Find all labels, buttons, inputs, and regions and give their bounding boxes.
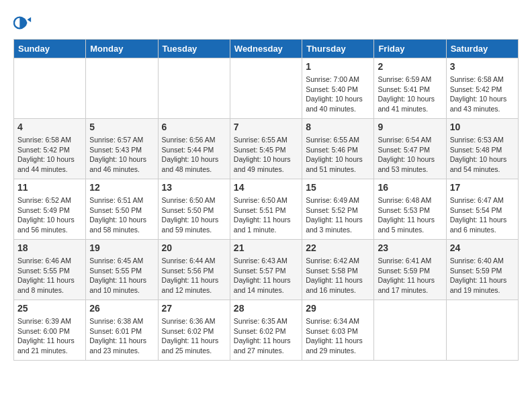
cell-content: 1Sunrise: 7:00 AMSunset: 5:40 PMDaylight…	[306, 61, 370, 114]
day-info: Sunrise: 6:45 AMSunset: 5:55 PMDaylight:…	[89, 256, 154, 295]
calendar-cell: 16Sunrise: 6:48 AMSunset: 5:53 PMDayligh…	[374, 179, 446, 240]
day-info: Sunrise: 6:49 AMSunset: 5:52 PMDaylight:…	[306, 195, 370, 235]
week-row-1: 1Sunrise: 7:00 AMSunset: 5:40 PMDaylight…	[14, 58, 519, 119]
weekday-header-saturday: Saturday	[446, 40, 518, 58]
cell-content: 12Sunrise: 6:51 AMSunset: 5:50 PMDayligh…	[89, 182, 154, 235]
calendar-cell: 27Sunrise: 6:36 AMSunset: 6:02 PMDayligh…	[158, 300, 230, 361]
day-info: Sunrise: 6:42 AMSunset: 5:58 PMDaylight:…	[306, 256, 370, 295]
day-info: Sunrise: 6:36 AMSunset: 6:02 PMDaylight:…	[162, 316, 226, 356]
day-info: Sunrise: 6:44 AMSunset: 5:56 PMDaylight:…	[162, 256, 226, 295]
calendar-cell: 9Sunrise: 6:54 AMSunset: 5:47 PMDaylight…	[374, 119, 446, 179]
week-row-3: 11Sunrise: 6:52 AMSunset: 5:49 PMDayligh…	[14, 179, 519, 240]
weekday-header-row: SundayMondayTuesdayWednesdayThursdayFrid…	[14, 40, 519, 58]
day-number: 27	[162, 303, 226, 314]
calendar-cell	[446, 300, 518, 361]
cell-content: 2Sunrise: 6:59 AMSunset: 5:41 PMDaylight…	[378, 61, 442, 114]
week-row-5: 25Sunrise: 6:39 AMSunset: 6:00 PMDayligh…	[14, 300, 519, 361]
calendar-cell: 1Sunrise: 7:00 AMSunset: 5:40 PMDaylight…	[302, 58, 374, 119]
calendar-cell: 8Sunrise: 6:55 AMSunset: 5:46 PMDaylight…	[302, 119, 374, 179]
cell-content: 18Sunrise: 6:46 AMSunset: 5:55 PMDayligh…	[17, 242, 82, 295]
cell-content: 29Sunrise: 6:34 AMSunset: 6:03 PMDayligh…	[306, 303, 370, 356]
cell-content: 6Sunrise: 6:56 AMSunset: 5:44 PMDaylight…	[162, 122, 226, 175]
calendar-cell: 2Sunrise: 6:59 AMSunset: 5:41 PMDaylight…	[374, 58, 446, 119]
cell-content: 17Sunrise: 6:47 AMSunset: 5:54 PMDayligh…	[450, 182, 515, 235]
calendar-cell: 26Sunrise: 6:38 AMSunset: 6:01 PMDayligh…	[86, 300, 158, 361]
day-info: Sunrise: 6:54 AMSunset: 5:47 PMDaylight:…	[378, 135, 442, 175]
cell-content: 16Sunrise: 6:48 AMSunset: 5:53 PMDayligh…	[378, 182, 442, 235]
day-number: 9	[378, 122, 442, 132]
day-info: Sunrise: 6:53 AMSunset: 5:48 PMDaylight:…	[450, 135, 515, 175]
day-info: Sunrise: 6:50 AMSunset: 5:50 PMDaylight:…	[162, 195, 226, 235]
day-number: 23	[378, 242, 442, 253]
day-info: Sunrise: 6:34 AMSunset: 6:03 PMDaylight:…	[306, 316, 370, 356]
calendar-cell: 14Sunrise: 6:50 AMSunset: 5:51 PMDayligh…	[230, 179, 302, 240]
day-info: Sunrise: 6:52 AMSunset: 5:49 PMDaylight:…	[17, 195, 82, 235]
day-number: 5	[89, 122, 154, 132]
calendar-cell: 6Sunrise: 6:56 AMSunset: 5:44 PMDaylight…	[158, 119, 230, 179]
calendar-cell: 13Sunrise: 6:50 AMSunset: 5:50 PMDayligh…	[158, 179, 230, 240]
logo	[13, 13, 35, 32]
day-number: 10	[450, 122, 515, 132]
cell-content: 8Sunrise: 6:55 AMSunset: 5:46 PMDaylight…	[306, 122, 370, 175]
calendar-cell	[374, 300, 446, 361]
day-info: Sunrise: 6:41 AMSunset: 5:59 PMDaylight:…	[378, 256, 442, 295]
day-info: Sunrise: 6:56 AMSunset: 5:44 PMDaylight:…	[162, 135, 226, 175]
cell-content: 19Sunrise: 6:45 AMSunset: 5:55 PMDayligh…	[89, 242, 154, 295]
day-info: Sunrise: 6:55 AMSunset: 5:46 PMDaylight:…	[306, 135, 370, 175]
calendar-cell	[86, 58, 158, 119]
cell-content: 5Sunrise: 6:57 AMSunset: 5:43 PMDaylight…	[89, 122, 154, 175]
day-number: 26	[89, 303, 154, 314]
day-info: Sunrise: 6:40 AMSunset: 5:59 PMDaylight:…	[450, 256, 515, 295]
day-info: Sunrise: 6:57 AMSunset: 5:43 PMDaylight:…	[89, 135, 154, 175]
day-info: Sunrise: 6:39 AMSunset: 6:00 PMDaylight:…	[17, 316, 82, 356]
cell-content: 25Sunrise: 6:39 AMSunset: 6:00 PMDayligh…	[17, 303, 82, 356]
calendar-cell: 10Sunrise: 6:53 AMSunset: 5:48 PMDayligh…	[446, 119, 518, 179]
day-info: Sunrise: 6:46 AMSunset: 5:55 PMDaylight:…	[17, 256, 82, 295]
day-number: 20	[162, 242, 226, 253]
day-info: Sunrise: 6:47 AMSunset: 5:54 PMDaylight:…	[450, 195, 515, 235]
day-number: 1	[306, 61, 370, 72]
day-info: Sunrise: 6:43 AMSunset: 5:57 PMDaylight:…	[234, 256, 298, 295]
cell-content: 15Sunrise: 6:49 AMSunset: 5:52 PMDayligh…	[306, 182, 370, 235]
weekday-header-monday: Monday	[86, 40, 158, 58]
cell-content: 7Sunrise: 6:55 AMSunset: 5:45 PMDaylight…	[234, 122, 298, 175]
day-number: 18	[17, 242, 82, 253]
day-number: 19	[89, 242, 154, 253]
day-number: 2	[378, 61, 442, 72]
day-info: Sunrise: 6:51 AMSunset: 5:50 PMDaylight:…	[89, 195, 154, 235]
calendar-cell: 25Sunrise: 6:39 AMSunset: 6:00 PMDayligh…	[14, 300, 86, 361]
day-info: Sunrise: 6:35 AMSunset: 6:02 PMDaylight:…	[234, 316, 298, 356]
cell-content: 13Sunrise: 6:50 AMSunset: 5:50 PMDayligh…	[162, 182, 226, 235]
calendar-table: SundayMondayTuesdayWednesdayThursdayFrid…	[13, 39, 519, 361]
weekday-header-tuesday: Tuesday	[158, 40, 230, 58]
cell-content: 22Sunrise: 6:42 AMSunset: 5:58 PMDayligh…	[306, 242, 370, 295]
calendar-cell: 4Sunrise: 6:58 AMSunset: 5:42 PMDaylight…	[14, 119, 86, 179]
day-info: Sunrise: 6:48 AMSunset: 5:53 PMDaylight:…	[378, 195, 442, 235]
day-number: 4	[17, 122, 82, 132]
calendar-cell: 17Sunrise: 6:47 AMSunset: 5:54 PMDayligh…	[446, 179, 518, 240]
day-number: 25	[17, 303, 82, 314]
calendar-cell: 19Sunrise: 6:45 AMSunset: 5:55 PMDayligh…	[86, 240, 158, 300]
day-number: 17	[450, 182, 515, 193]
calendar-cell: 18Sunrise: 6:46 AMSunset: 5:55 PMDayligh…	[14, 240, 86, 300]
day-number: 8	[306, 122, 370, 132]
day-info: Sunrise: 6:58 AMSunset: 5:42 PMDaylight:…	[450, 75, 515, 114]
day-info: Sunrise: 6:38 AMSunset: 6:01 PMDaylight:…	[89, 316, 154, 356]
cell-content: 9Sunrise: 6:54 AMSunset: 5:47 PMDaylight…	[378, 122, 442, 175]
cell-content: 20Sunrise: 6:44 AMSunset: 5:56 PMDayligh…	[162, 242, 226, 295]
calendar-cell	[158, 58, 230, 119]
calendar-cell: 24Sunrise: 6:40 AMSunset: 5:59 PMDayligh…	[446, 240, 518, 300]
week-row-4: 18Sunrise: 6:46 AMSunset: 5:55 PMDayligh…	[14, 240, 519, 300]
calendar-cell: 28Sunrise: 6:35 AMSunset: 6:02 PMDayligh…	[230, 300, 302, 361]
day-number: 28	[234, 303, 298, 314]
day-number: 12	[89, 182, 154, 193]
calendar-cell: 7Sunrise: 6:55 AMSunset: 5:45 PMDaylight…	[230, 119, 302, 179]
day-info: Sunrise: 6:59 AMSunset: 5:41 PMDaylight:…	[378, 75, 442, 114]
cell-content: 4Sunrise: 6:58 AMSunset: 5:42 PMDaylight…	[17, 122, 82, 175]
weekday-header-friday: Friday	[374, 40, 446, 58]
calendar-cell	[14, 58, 86, 119]
calendar-cell: 12Sunrise: 6:51 AMSunset: 5:50 PMDayligh…	[86, 179, 158, 240]
calendar-cell: 29Sunrise: 6:34 AMSunset: 6:03 PMDayligh…	[302, 300, 374, 361]
weekday-header-thursday: Thursday	[302, 40, 374, 58]
day-number: 24	[450, 242, 515, 253]
